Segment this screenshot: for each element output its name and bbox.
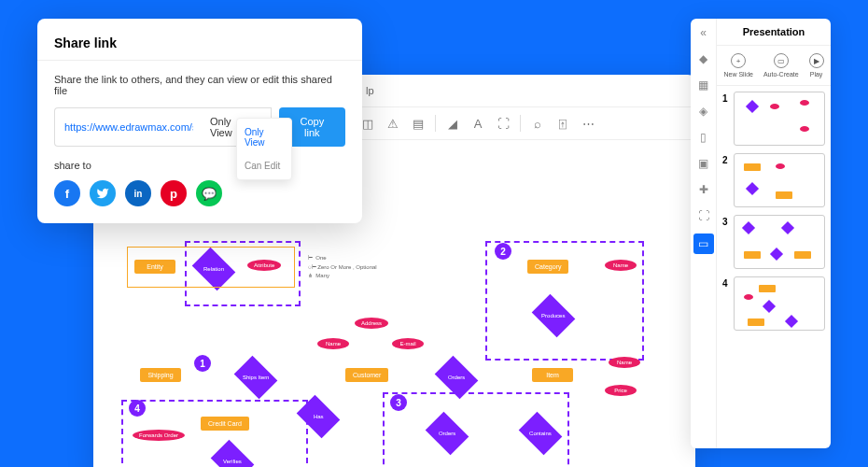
share-linkedin[interactable]: in xyxy=(125,180,151,206)
menu-help[interactable]: lp xyxy=(366,85,374,96)
node-customer[interactable]: Customer xyxy=(345,368,388,382)
slide-item: 2 xyxy=(722,153,825,207)
fullscreen-tool-icon[interactable]: ⛶ xyxy=(695,207,712,224)
node-cat-name[interactable]: Name xyxy=(605,260,637,271)
node-category[interactable]: Category xyxy=(527,260,568,274)
node-address[interactable]: Address xyxy=(355,318,388,329)
share-facebook[interactable]: f xyxy=(54,180,80,206)
node-price[interactable]: Price xyxy=(605,385,637,396)
slide-thumb-2[interactable] xyxy=(734,153,825,207)
node-email[interactable]: E-mail xyxy=(392,338,424,349)
region-1 xyxy=(185,241,301,306)
presentation-side-tools: « ◆ ▦ ◈ ▯ ▣ ✚ ⛶ ▭ xyxy=(691,19,717,448)
share-pinterest[interactable]: p xyxy=(161,180,187,206)
export-icon[interactable]: ⍐ xyxy=(554,115,571,132)
share-link-modal: Share link Share the link to others, and… xyxy=(37,19,362,223)
node-item-name[interactable]: Name xyxy=(609,357,640,368)
node-credit-card[interactable]: Credit Card xyxy=(201,417,249,431)
node-item[interactable]: Item xyxy=(532,368,573,382)
play-button[interactable]: ▶Play xyxy=(809,53,824,78)
share-title: Share link xyxy=(54,35,345,50)
warning-icon[interactable]: ⚠ xyxy=(385,115,401,132)
badge-3: 3 xyxy=(390,394,407,411)
search-icon[interactable]: ⌕ xyxy=(529,115,546,132)
presentation-main: Presentation +New Slide ▭Auto-Create ▶Pl… xyxy=(717,19,831,448)
slide-item: 1 xyxy=(722,92,825,146)
badge-4: 4 xyxy=(129,400,146,417)
presentation-tool-icon[interactable]: ▭ xyxy=(693,234,714,254)
badge-2: 2 xyxy=(495,243,511,260)
node-shipping[interactable]: Shipping xyxy=(140,368,181,382)
new-slide-button[interactable]: +New Slide xyxy=(723,53,753,78)
node-ships-item[interactable]: Ships Item xyxy=(234,356,278,400)
badge-1: 1 xyxy=(194,355,211,372)
image-tool-icon[interactable]: ▣ xyxy=(695,155,712,172)
presentation-actions: +New Slide ▭Auto-Create ▶Play xyxy=(717,46,831,86)
slide-thumb-3[interactable] xyxy=(734,215,825,269)
share-to-label: share to xyxy=(54,160,345,171)
table-icon[interactable]: ▤ xyxy=(410,115,427,132)
clip-tool-icon[interactable]: ✚ xyxy=(695,181,712,198)
permission-only-view[interactable]: Only View xyxy=(237,120,291,154)
more-icon[interactable]: ⋯ xyxy=(580,115,596,132)
slide-thumb-4[interactable] xyxy=(734,276,825,331)
share-url-input[interactable] xyxy=(54,107,203,147)
node-name[interactable]: Name xyxy=(317,338,349,349)
slide-item: 4 xyxy=(722,276,825,331)
fill-tool-icon[interactable]: ◆ xyxy=(695,50,712,67)
grid-tool-icon[interactable]: ▦ xyxy=(695,77,712,93)
permission-dropdown: Only View Can Edit xyxy=(236,118,292,180)
presentation-title: Presentation xyxy=(717,19,831,46)
share-twitter[interactable] xyxy=(90,180,116,206)
font-color-icon[interactable]: A xyxy=(469,115,486,132)
fill-icon[interactable]: ◢ xyxy=(444,115,461,132)
node-forwards[interactable]: Forwards Order xyxy=(133,430,185,441)
page-tool-icon[interactable]: ▯ xyxy=(695,129,712,146)
presentation-panel: « ◆ ▦ ◈ ▯ ▣ ✚ ⛶ ▭ Presentation +New Slid… xyxy=(691,19,831,448)
permission-can-edit[interactable]: Can Edit xyxy=(237,154,291,177)
legend-text: ⊢ One ○⊢ Zero Or More , Optional ⋔ Many xyxy=(308,254,377,281)
layers-tool-icon[interactable]: ◈ xyxy=(695,103,712,120)
collapse-icon[interactable]: « xyxy=(695,24,712,41)
slide-list: 1 2 3 xyxy=(717,86,831,448)
crop-icon[interactable]: ⛶ xyxy=(495,115,511,132)
share-line[interactable]: 💬 xyxy=(196,180,222,206)
share-description: Share the link to others, and they can v… xyxy=(54,74,345,96)
slide-thumb-1[interactable] xyxy=(734,92,825,146)
auto-create-button[interactable]: ▭Auto-Create xyxy=(763,53,799,78)
slide-item: 3 xyxy=(722,215,825,269)
social-row: f in p 💬 xyxy=(54,180,345,206)
share-url-row: Only View ▾ Copy link xyxy=(54,107,345,147)
